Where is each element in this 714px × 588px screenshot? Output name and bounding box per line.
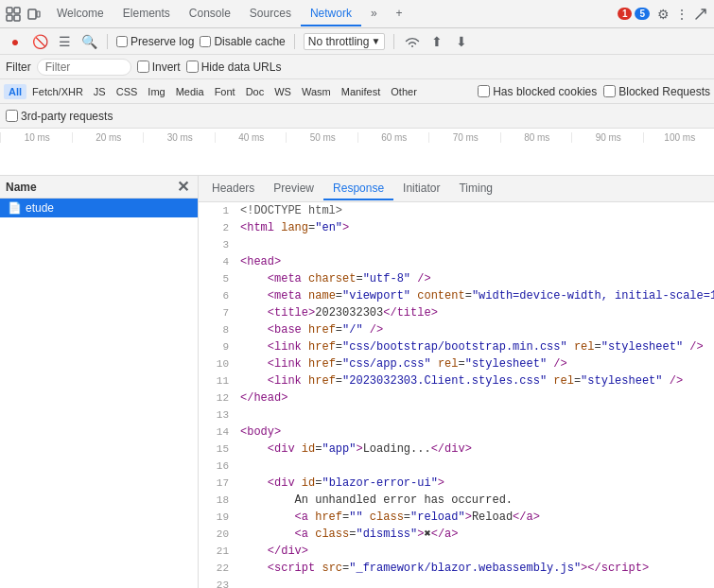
disable-cache-label[interactable]: Disable cache (200, 35, 285, 48)
filter-font[interactable]: Font (210, 84, 240, 99)
filter-wasm[interactable]: Wasm (297, 84, 336, 99)
import-har-button[interactable]: ⬆ (427, 32, 446, 51)
code-line-18: 18 An unhandled error has occurred. (199, 492, 714, 509)
line-number: 4 (206, 253, 229, 270)
export-har-button[interactable]: ⬇ (452, 32, 471, 51)
line-number: 20 (206, 526, 229, 543)
inspect-icon[interactable] (4, 5, 23, 24)
throttle-dropdown[interactable]: No throttling ▼ (304, 33, 386, 50)
filter-img[interactable]: Img (143, 84, 169, 99)
preserve-log-label[interactable]: Preserve log (116, 35, 194, 48)
invert-label[interactable]: Invert (137, 61, 181, 74)
line-content: <link href="css/app.css" rel="stylesheet… (240, 355, 567, 372)
throttle-label: No throttling (308, 35, 370, 48)
line-number: 2 (206, 219, 229, 236)
network-condition-icon[interactable] (403, 32, 422, 51)
filter-manifest[interactable]: Manifest (337, 84, 386, 99)
tab-new[interactable]: + (387, 2, 412, 26)
code-line-20: 20 <a class="dismiss">✖</a> (199, 526, 714, 543)
code-line-11: 11 <link href="2023032303.Client.styles.… (199, 372, 714, 389)
filter-fetch-xhr[interactable]: Fetch/XHR (27, 84, 88, 99)
tab-network[interactable]: Network (301, 2, 361, 26)
file-list: 📄 etude (0, 199, 198, 588)
svg-rect-5 (37, 11, 40, 17)
code-line-10: 10 <link href="css/app.css" rel="stylesh… (199, 355, 714, 372)
third-party-label[interactable]: 3rd-party requests (6, 110, 113, 123)
tab-welcome[interactable]: Welcome (47, 2, 113, 26)
tab-more[interactable]: » (361, 2, 387, 26)
filter-css[interactable]: CSS (112, 84, 143, 99)
clear-button[interactable]: 🚫 (30, 32, 49, 51)
tab-elements[interactable]: Elements (113, 2, 180, 26)
line-content: <a class="dismiss">✖</a> (240, 526, 459, 543)
line-number: 16 (206, 458, 229, 475)
preserve-log-checkbox[interactable] (116, 36, 128, 47)
main-split: Name ✕ 📄 etude Headers Preview Response … (0, 176, 714, 588)
line-number: 15 (206, 441, 229, 458)
undock-icon[interactable] (691, 5, 710, 24)
line-number: 14 (206, 424, 229, 441)
line-content: <link href="css/bootstrap/bootstrap.min.… (240, 338, 704, 355)
line-content: <title>2023032303</title> (240, 304, 438, 321)
code-line-3: 3 (199, 236, 714, 253)
tick-8: 80 ms (500, 132, 572, 143)
blocked-requests-label[interactable]: Blocked Requests (603, 85, 710, 98)
code-line-4: 4<head> (199, 253, 714, 270)
file-name: etude (26, 201, 54, 215)
tick-6: 60 ms (357, 132, 429, 143)
code-line-17: 17 <div id="blazor-error-ui"> (199, 475, 714, 492)
tab-timing[interactable]: Timing (449, 178, 502, 200)
line-content: <div id="blazor-error-ui"> (240, 475, 444, 492)
hide-data-urls-label[interactable]: Hide data URLs (186, 61, 282, 74)
line-content: <body> (240, 424, 281, 441)
tab-headers[interactable]: Headers (202, 178, 264, 200)
close-panel-button[interactable]: ✕ (173, 178, 192, 197)
error-badge: 1 (618, 8, 633, 20)
hide-data-urls-checkbox[interactable] (186, 61, 199, 73)
filter-input[interactable] (37, 59, 131, 76)
filter-ws[interactable]: WS (270, 84, 296, 99)
code-line-7: 7 <title>2023032303</title> (199, 304, 714, 321)
device-icon[interactable] (25, 5, 44, 24)
divider-3 (393, 34, 394, 49)
line-number: 17 (206, 475, 229, 492)
tick-7: 70 ms (428, 132, 500, 143)
line-number: 12 (206, 389, 229, 406)
tab-response[interactable]: Response (323, 178, 393, 200)
search-button[interactable]: 🔍 (79, 32, 98, 51)
has-blocked-cookies-label[interactable]: Has blocked cookies (478, 85, 597, 98)
filter-other[interactable]: Other (386, 84, 422, 99)
tick-1: 10 ms (0, 132, 72, 143)
blocked-requests-checkbox[interactable] (603, 85, 616, 97)
line-content: <div id="app">Loading...</div> (240, 441, 472, 458)
line-number: 5 (206, 270, 229, 287)
invert-checkbox[interactable] (137, 61, 149, 73)
more-icon[interactable]: ⋮ (672, 5, 691, 24)
disable-cache-checkbox[interactable] (200, 36, 211, 47)
line-content: <script src="_framework/blazor.webassemb… (240, 560, 649, 577)
divider-2 (294, 34, 295, 49)
tab-console[interactable]: Console (180, 2, 240, 26)
filter-doc[interactable]: Doc (241, 84, 270, 99)
third-party-checkbox[interactable] (6, 110, 18, 122)
record-button[interactable]: ● (6, 32, 25, 51)
file-item-etude[interactable]: 📄 etude (0, 199, 198, 217)
line-content: <a href="" class="reload">Reload</a> (240, 509, 540, 526)
line-number: 1 (206, 202, 229, 219)
line-number: 23 (206, 577, 229, 588)
has-blocked-cookies-checkbox[interactable] (478, 85, 490, 97)
filter-media[interactable]: Media (171, 84, 209, 99)
tab-sources[interactable]: Sources (240, 2, 301, 26)
filter-all[interactable]: All (4, 84, 26, 99)
code-line-22: 22 <script src="_framework/blazor.webass… (199, 560, 714, 577)
menu-button[interactable]: ☰ (55, 32, 74, 51)
settings-icon[interactable]: ⚙ (653, 5, 672, 24)
tab-initiator[interactable]: Initiator (393, 178, 449, 200)
file-panel: Name ✕ 📄 etude (0, 176, 199, 588)
code-view[interactable]: 1<!DOCTYPE html>2<html lang="en">34<head… (199, 202, 714, 588)
filter-label: Filter (6, 61, 31, 74)
tab-preview[interactable]: Preview (264, 178, 323, 200)
warning-badge: 5 (635, 8, 650, 20)
filter-js[interactable]: JS (89, 84, 111, 99)
line-number: 9 (206, 338, 229, 355)
